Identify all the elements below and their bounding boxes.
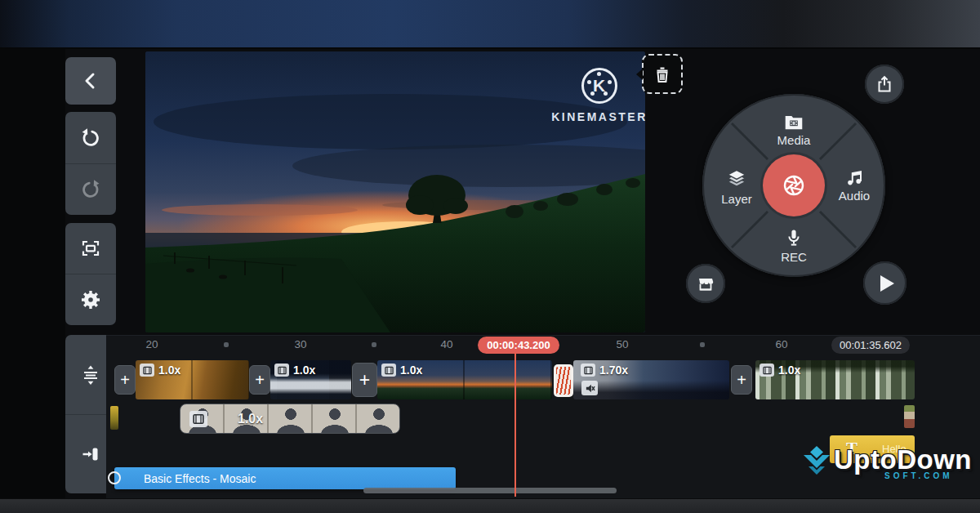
tooltip-tail [636,69,643,80]
export-button[interactable] [865,65,904,104]
delete-clip-button[interactable] [642,54,683,94]
kinemaster-app: K KINEMASTER [0,0,980,513]
total-duration-badge: 00:01:35.602 [831,337,910,354]
video-clip-5[interactable]: 1.0x [755,360,915,399]
clip-speed-label: 1.0x [238,412,263,426]
back-button[interactable] [65,57,116,105]
bottom-bar [0,498,980,513]
action-wheel: Media Layer Audio [702,94,885,277]
preview-frame-image [145,51,645,332]
uptodown-logo-icon [803,446,831,479]
ruler-dot [700,342,705,347]
plus-icon: + [737,372,746,388]
ruler-tick: 50 [616,338,628,350]
play-button[interactable] [863,261,906,305]
video-badge-icon [274,364,289,377]
ruler-dot [372,342,376,347]
microphone-icon [784,227,804,248]
wheel-media-label: Media [777,133,811,147]
video-badge-icon [381,364,396,377]
ruler-tick: 40 [440,338,452,350]
store-icon [696,274,715,293]
screen-capture-button[interactable] [65,223,116,274]
video-badge-icon [140,364,154,377]
video-clip-3[interactable]: 1.0x [377,360,552,399]
video-badge-icon [189,411,207,427]
undo-redo-group [65,112,116,215]
play-icon [880,275,894,292]
uptodown-watermark: UptoDown SOFT.COM [803,446,972,480]
settings-button[interactable] [65,274,116,324]
add-transition-button[interactable]: + [114,365,136,395]
trash-icon [653,65,672,84]
transition-effect-chip[interactable] [554,364,573,397]
video-preview[interactable]: K KINEMASTER [145,51,645,332]
redo-icon [80,179,101,200]
asset-store-button[interactable] [686,264,725,303]
effect-layer-clip[interactable]: Basic Effects - Mosaic [114,467,456,489]
clip-speed-label: 1.0x [400,364,422,377]
video-badge-icon [581,364,595,377]
music-note-icon [844,167,864,187]
kinemaster-logo-icon: K [581,68,617,104]
video-clip-1[interactable]: 1.0x [136,360,249,399]
undo-button[interactable] [65,112,116,163]
expand-timeline-icon [80,364,101,386]
settings-gear-icon [80,289,101,310]
muted-audio-icon [581,381,598,395]
video-clip-2[interactable]: 1.0x [270,360,351,399]
sidebar-background [0,49,65,498]
export-share-icon [875,74,894,94]
undo-icon [80,127,101,149]
wheel-layer-button[interactable]: Layer [710,167,763,206]
ruler-tick: 20 [145,338,158,350]
wheel-audio-button[interactable]: Audio [826,167,882,203]
timeline-scrollbar[interactable] [363,488,617,493]
back-icon [81,71,100,91]
add-transition-button[interactable]: + [352,363,377,397]
media-folder-icon [783,112,804,132]
aperture-capture-icon [781,172,807,199]
redo-button[interactable] [65,163,116,215]
uptodown-brand-text: UptoDown [834,446,972,473]
wheel-rec-button[interactable]: REC [702,227,885,264]
wheel-audio-label: Audio [839,189,870,203]
video-clip-4[interactable]: 1.70x [573,360,729,399]
clip-edge-sliver [110,406,118,430]
current-time-badge: 00:00:43.200 [478,337,559,354]
wheel-media-button[interactable]: Media [702,112,885,147]
clip-speed-label: 1.0x [778,364,800,377]
wheel-rec-label: REC [781,250,807,264]
clip-edge-sliver [904,405,915,428]
screen-capture-icon [80,238,101,259]
plus-icon: + [359,371,370,390]
plus-icon: + [120,372,130,388]
playhead[interactable] [514,353,516,497]
top-banner [0,0,980,49]
jump-to-end-icon [81,444,100,464]
transition-preview-icon [556,367,571,395]
kinemaster-watermark: KINEMASTER [542,110,645,123]
layers-icon [725,167,748,190]
ruler-dot [224,342,229,347]
clip-speed-label: 1.70x [599,364,628,377]
kinemaster-logo-letter: K [584,70,614,100]
ruler-tick: 30 [294,338,306,350]
wheel-layer-label: Layer [721,192,752,206]
add-transition-button[interactable]: + [249,365,270,395]
video-badge-icon [760,364,774,377]
plus-icon: + [255,372,265,388]
clip-speed-label: 1.0x [293,364,315,377]
capture-button[interactable] [763,154,825,216]
video-layer-clip[interactable]: 1.0x [180,404,400,434]
ruler-tick: 60 [775,338,787,350]
clip-speed-label: 1.0x [158,364,180,377]
effect-icon [108,471,121,484]
capture-settings-group [65,223,116,325]
add-transition-button[interactable]: + [731,365,752,395]
effect-clip-label: Basic Effects - Mosaic [144,472,256,485]
